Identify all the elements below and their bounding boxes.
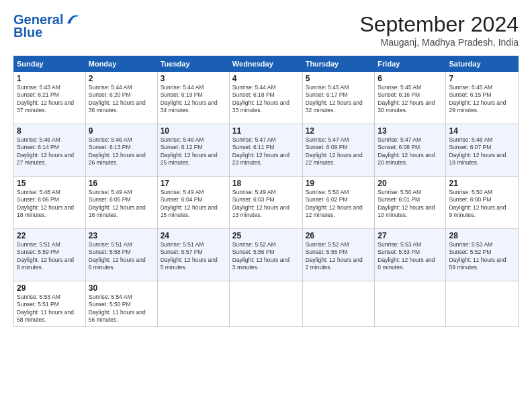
day-number: 22 [17, 231, 83, 240]
calendar-cell: 11 Sunrise: 5:47 AM Sunset: 6:11 PM Dayl… [229, 124, 302, 177]
day-number: 11 [232, 126, 300, 136]
day-info: Sunrise: 5:44 AM Sunset: 6:20 PM Dayligh… [89, 84, 154, 115]
day-info: Sunrise: 5:45 AM Sunset: 6:17 PM Dayligh… [306, 84, 372, 115]
day-number: 27 [378, 231, 443, 240]
col-saturday: Saturday [446, 56, 519, 72]
calendar-row: 29 Sunrise: 5:53 AM Sunset: 5:51 PM Dayl… [14, 281, 519, 327]
calendar-header-row: Sunday Monday Tuesday Wednesday Thursday… [14, 56, 519, 72]
calendar-row: 8 Sunrise: 5:46 AM Sunset: 6:14 PM Dayli… [14, 124, 519, 177]
col-sunday: Sunday [14, 56, 86, 72]
day-info: Sunrise: 5:49 AM Sunset: 6:05 PM Dayligh… [89, 189, 154, 220]
day-number: 14 [449, 126, 515, 136]
day-info: Sunrise: 5:50 AM Sunset: 6:00 PM Dayligh… [449, 189, 515, 220]
calendar-cell: 15 Sunrise: 5:48 AM Sunset: 6:06 PM Dayl… [14, 177, 86, 229]
day-info: Sunrise: 5:44 AM Sunset: 6:19 PM Dayligh… [161, 84, 226, 115]
col-friday: Friday [375, 56, 446, 72]
day-info: Sunrise: 5:51 AM Sunset: 5:57 PM Dayligh… [161, 241, 226, 272]
calendar-cell: 30 Sunrise: 5:54 AM Sunset: 5:50 PM Dayl… [85, 281, 157, 327]
calendar-cell: 21 Sunrise: 5:50 AM Sunset: 6:00 PM Dayl… [446, 177, 519, 229]
calendar-table: Sunday Monday Tuesday Wednesday Thursday… [13, 56, 519, 327]
day-number: 28 [449, 231, 515, 240]
calendar-cell [375, 281, 446, 327]
title-block: September 2024 Mauganj, Madhya Pradesh, … [359, 12, 519, 48]
day-info: Sunrise: 5:51 AM Sunset: 5:58 PM Dayligh… [89, 241, 154, 272]
calendar-row: 22 Sunrise: 5:51 AM Sunset: 5:59 PM Dayl… [14, 229, 519, 281]
calendar-cell: 16 Sunrise: 5:49 AM Sunset: 6:05 PM Dayl… [85, 177, 157, 229]
day-number: 12 [306, 126, 372, 136]
calendar-cell: 14 Sunrise: 5:48 AM Sunset: 6:07 PM Dayl… [446, 124, 519, 177]
day-info: Sunrise: 5:52 AM Sunset: 5:55 PM Dayligh… [306, 241, 372, 272]
day-info: Sunrise: 5:49 AM Sunset: 6:03 PM Dayligh… [232, 189, 300, 220]
day-number: 10 [161, 126, 226, 136]
day-info: Sunrise: 5:45 AM Sunset: 6:16 PM Dayligh… [378, 84, 443, 115]
col-monday: Monday [85, 56, 157, 72]
calendar-cell: 20 Sunrise: 5:50 AM Sunset: 6:01 PM Dayl… [375, 177, 446, 229]
col-thursday: Thursday [302, 56, 375, 72]
day-number: 24 [161, 231, 226, 240]
day-number: 4 [232, 74, 300, 83]
day-number: 23 [89, 231, 154, 240]
day-info: Sunrise: 5:49 AM Sunset: 6:04 PM Dayligh… [161, 189, 226, 220]
page: General Blue September 2024 Mauganj, Mad… [0, 0, 532, 334]
calendar-cell: 12 Sunrise: 5:47 AM Sunset: 6:09 PM Dayl… [302, 124, 375, 177]
calendar-cell: 3 Sunrise: 5:44 AM Sunset: 6:19 PM Dayli… [157, 72, 229, 124]
calendar-cell: 8 Sunrise: 5:46 AM Sunset: 6:14 PM Dayli… [14, 124, 86, 177]
calendar-cell [446, 281, 519, 327]
calendar-cell: 28 Sunrise: 5:53 AM Sunset: 5:52 PM Dayl… [446, 229, 519, 281]
day-number: 16 [89, 179, 154, 188]
day-info: Sunrise: 5:52 AM Sunset: 5:56 PM Dayligh… [232, 241, 300, 272]
day-info: Sunrise: 5:53 AM Sunset: 5:53 PM Dayligh… [378, 241, 443, 272]
calendar-row: 1 Sunrise: 5:43 AM Sunset: 6:21 PM Dayli… [14, 72, 519, 124]
calendar-cell: 23 Sunrise: 5:51 AM Sunset: 5:58 PM Dayl… [85, 229, 157, 281]
calendar-cell: 4 Sunrise: 5:44 AM Sunset: 6:18 PM Dayli… [229, 72, 302, 124]
day-info: Sunrise: 5:48 AM Sunset: 6:06 PM Dayligh… [17, 189, 83, 220]
day-info: Sunrise: 5:51 AM Sunset: 5:59 PM Dayligh… [17, 241, 83, 272]
day-number: 17 [161, 179, 226, 188]
day-number: 30 [89, 283, 154, 293]
day-number: 29 [17, 283, 83, 293]
calendar-cell: 19 Sunrise: 5:50 AM Sunset: 6:02 PM Dayl… [302, 177, 375, 229]
day-info: Sunrise: 5:50 AM Sunset: 6:01 PM Dayligh… [378, 189, 443, 220]
calendar-cell: 9 Sunrise: 5:46 AM Sunset: 6:13 PM Dayli… [85, 124, 157, 177]
calendar-cell: 24 Sunrise: 5:51 AM Sunset: 5:57 PM Dayl… [157, 229, 229, 281]
day-info: Sunrise: 5:50 AM Sunset: 6:02 PM Dayligh… [306, 189, 372, 220]
day-number: 20 [378, 179, 443, 188]
day-info: Sunrise: 5:53 AM Sunset: 5:52 PM Dayligh… [449, 241, 515, 272]
calendar-cell [157, 281, 229, 327]
calendar-cell: 22 Sunrise: 5:51 AM Sunset: 5:59 PM Dayl… [14, 229, 86, 281]
calendar-cell [302, 281, 375, 327]
day-info: Sunrise: 5:43 AM Sunset: 6:21 PM Dayligh… [17, 84, 83, 115]
day-number: 15 [17, 179, 83, 188]
calendar-cell: 25 Sunrise: 5:52 AM Sunset: 5:56 PM Dayl… [229, 229, 302, 281]
day-number: 9 [89, 126, 154, 136]
calendar-cell [229, 281, 302, 327]
logo-bird-icon [64, 14, 79, 26]
day-number: 18 [232, 179, 300, 188]
day-number: 19 [306, 179, 372, 188]
calendar-cell: 6 Sunrise: 5:45 AM Sunset: 6:16 PM Dayli… [375, 72, 446, 124]
col-tuesday: Tuesday [157, 56, 229, 72]
day-info: Sunrise: 5:44 AM Sunset: 6:18 PM Dayligh… [232, 84, 300, 115]
calendar-cell: 17 Sunrise: 5:49 AM Sunset: 6:04 PM Dayl… [157, 177, 229, 229]
day-info: Sunrise: 5:45 AM Sunset: 6:15 PM Dayligh… [449, 84, 515, 115]
calendar-cell: 10 Sunrise: 5:46 AM Sunset: 6:12 PM Dayl… [157, 124, 229, 177]
day-info: Sunrise: 5:54 AM Sunset: 5:50 PM Dayligh… [89, 293, 154, 324]
day-number: 13 [378, 126, 443, 136]
month-title: September 2024 [359, 12, 519, 37]
logo: General Blue [13, 12, 79, 40]
calendar-cell: 26 Sunrise: 5:52 AM Sunset: 5:55 PM Dayl… [302, 229, 375, 281]
calendar-cell: 29 Sunrise: 5:53 AM Sunset: 5:51 PM Dayl… [14, 281, 86, 327]
day-number: 7 [449, 74, 515, 83]
calendar-cell: 27 Sunrise: 5:53 AM Sunset: 5:53 PM Dayl… [375, 229, 446, 281]
calendar-cell: 1 Sunrise: 5:43 AM Sunset: 6:21 PM Dayli… [14, 72, 86, 124]
calendar-cell: 7 Sunrise: 5:45 AM Sunset: 6:15 PM Dayli… [446, 72, 519, 124]
day-number: 25 [232, 231, 300, 240]
calendar-row: 15 Sunrise: 5:48 AM Sunset: 6:06 PM Dayl… [14, 177, 519, 229]
day-info: Sunrise: 5:53 AM Sunset: 5:51 PM Dayligh… [17, 293, 83, 324]
day-number: 3 [161, 74, 226, 83]
day-info: Sunrise: 5:47 AM Sunset: 6:11 PM Dayligh… [232, 136, 300, 167]
col-wednesday: Wednesday [229, 56, 302, 72]
day-number: 6 [378, 74, 443, 83]
day-info: Sunrise: 5:47 AM Sunset: 6:09 PM Dayligh… [306, 136, 372, 167]
day-number: 8 [17, 126, 83, 136]
